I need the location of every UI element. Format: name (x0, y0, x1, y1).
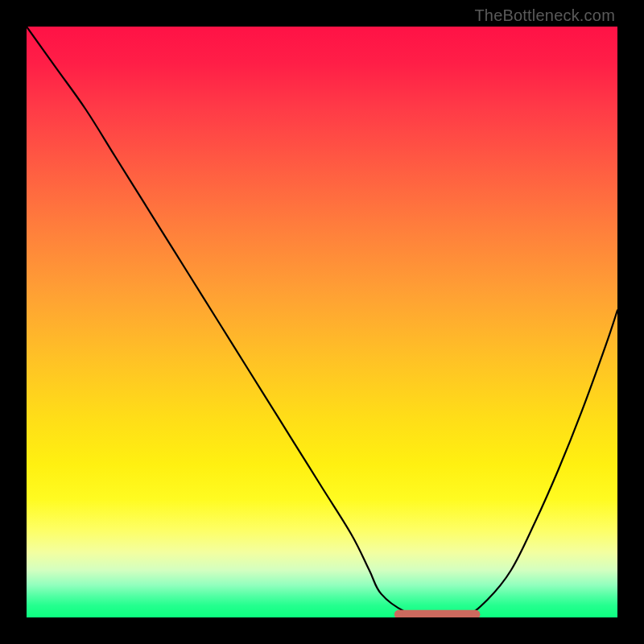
curve-svg (27, 27, 617, 617)
plot-area (27, 27, 617, 617)
watermark-text: TheBottleneck.com (474, 6, 615, 25)
bottleneck-curve (27, 27, 617, 617)
chart-frame: TheBottleneck.com (0, 0, 644, 644)
